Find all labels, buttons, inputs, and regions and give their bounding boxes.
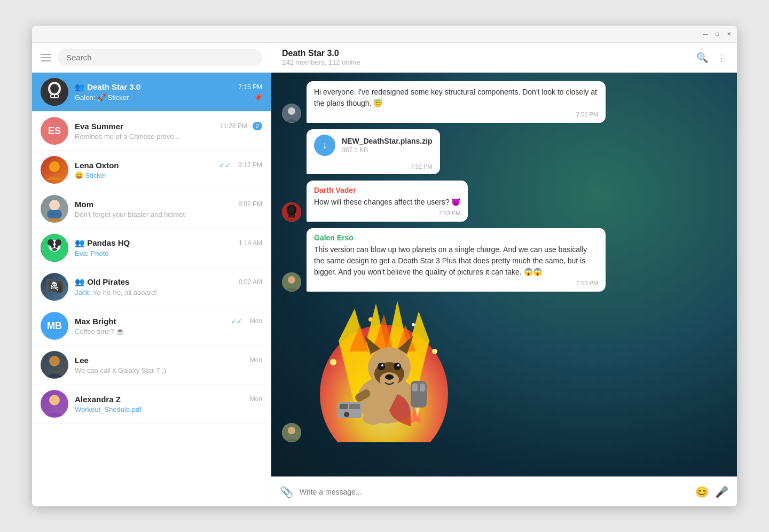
chat-item-old-pirates[interactable]: 🏴‍☠️ 👥 Old Pirates 0:02 AM Jack: bbox=[32, 268, 271, 307]
sender-name: Darth Vader bbox=[314, 186, 460, 194]
chat-name: 👥 Old Pirates bbox=[75, 277, 129, 287]
message-bubble-darth: Darth Vader How will these changes affec… bbox=[307, 181, 468, 222]
unread-badge: 2 bbox=[253, 122, 262, 130]
svg-point-21 bbox=[49, 356, 60, 366]
message-bubble-galen: Galen Erso This version can blow up two … bbox=[307, 228, 606, 292]
svg-point-39 bbox=[432, 349, 437, 354]
preview-text: Eva: Photo bbox=[75, 249, 109, 257]
svg-point-48 bbox=[385, 374, 394, 380]
svg-point-41 bbox=[412, 323, 415, 326]
chat-item-lena-oxton[interactable]: Lena Oxton ✓✓ 9:17 PM 😀 Sticker bbox=[32, 151, 271, 190]
pin-icon: 📌 bbox=[254, 93, 262, 101]
more-options-icon[interactable]: ⋮ bbox=[717, 52, 726, 64]
title-bar-buttons: — □ ✕ bbox=[702, 30, 733, 38]
preview-text: Coffee time? ☕ bbox=[75, 327, 124, 335]
chat-item-pandas-hq[interactable]: 👥 Pandas HQ 1:14 AM Eva: Photo bbox=[32, 229, 271, 268]
message-text: Hi everyone. I've redesigned some key st… bbox=[314, 87, 598, 109]
chat-top: 👥 Pandas HQ 1:14 AM bbox=[75, 238, 262, 248]
hamburger-line bbox=[41, 54, 51, 55]
message-input[interactable] bbox=[300, 488, 689, 496]
chat-item-lee[interactable]: Lee Mon We can call it Galaxy Star 7 ;) bbox=[32, 346, 271, 385]
file-download-button[interactable]: ↓ bbox=[314, 135, 335, 156]
chat-name: Lena Oxton bbox=[75, 161, 119, 170]
preview-text: Workout_Shedule.pdf bbox=[75, 405, 142, 413]
file-size: 387.1 KB bbox=[342, 146, 433, 154]
attach-button[interactable]: 📎 bbox=[280, 486, 293, 498]
chat-info: Max Bright ✓✓ Mon Coffee time? ☕ bbox=[75, 317, 262, 335]
svg-point-27 bbox=[288, 206, 295, 214]
chat-top: Mom 8:02 PM bbox=[75, 200, 262, 209]
message-text: This version can blow up two planets on … bbox=[314, 244, 598, 278]
svg-rect-60 bbox=[420, 384, 425, 392]
svg-rect-28 bbox=[288, 214, 295, 217]
message-time: 7:52 PM bbox=[307, 163, 440, 174]
chat-list: 👥 Death Star 3.0 7:15 PM Galen: 🚀 Sticke… bbox=[32, 73, 271, 506]
search-icon[interactable]: 🔍 bbox=[696, 52, 708, 64]
app-window: — □ ✕ bbox=[32, 26, 737, 506]
message-group-darth: Darth Vader How will these changes affec… bbox=[282, 181, 726, 222]
avatar bbox=[41, 156, 68, 184]
chat-item-death-star[interactable]: 👥 Death Star 3.0 7:15 PM Galen: 🚀 Sticke… bbox=[32, 73, 271, 112]
chat-time: 9:17 PM bbox=[238, 161, 262, 169]
maximize-button[interactable]: □ bbox=[713, 30, 721, 38]
msg-avatar-galen bbox=[282, 272, 301, 292]
preview-text: Reminds me of a Chinese prove... bbox=[75, 132, 180, 140]
chat-header-subtitle: 242 members, 112 online bbox=[282, 58, 696, 66]
chat-top: 👥 Old Pirates 0:02 AM bbox=[75, 277, 262, 287]
chat-preview: Workout_Shedule.pdf bbox=[75, 405, 262, 413]
close-button[interactable]: ✕ bbox=[725, 30, 733, 38]
svg-point-8 bbox=[49, 200, 60, 210]
chat-info: Mom 8:02 PM Don't forget your blaster an… bbox=[75, 200, 262, 218]
chat-preview: Don't forget your blaster and helmet bbox=[75, 210, 262, 218]
chat-top: 👥 Death Star 3.0 7:15 PM bbox=[75, 82, 262, 92]
svg-point-18 bbox=[52, 248, 57, 251]
svg-point-50 bbox=[394, 363, 401, 370]
svg-point-7 bbox=[49, 161, 60, 172]
chat-top: Lee Mon bbox=[75, 356, 262, 365]
message-time: 7:53 PM bbox=[314, 280, 598, 286]
svg-rect-30 bbox=[292, 215, 294, 217]
preview-text: Don't forget your blaster and helmet bbox=[75, 210, 185, 218]
chat-info: Lena Oxton ✓✓ 9:17 PM 😀 Sticker bbox=[75, 161, 262, 179]
microphone-button[interactable]: 🎤 bbox=[715, 486, 728, 498]
group-icon: 👥 bbox=[75, 238, 87, 247]
preview-text: Galen: 🚀 Sticker bbox=[75, 93, 129, 101]
chat-top: Max Bright ✓✓ Mon bbox=[75, 317, 262, 326]
chat-time: 11:28 PM bbox=[220, 122, 247, 130]
chat-info: Eva Summer 11:28 PM 2 Reminds me of a Ch… bbox=[75, 122, 262, 140]
msg-avatar-sticker bbox=[282, 423, 301, 442]
chat-name: Eva Summer bbox=[75, 122, 123, 131]
avatar: 🏴‍☠️ bbox=[41, 273, 68, 301]
svg-point-51 bbox=[381, 364, 383, 366]
search-input[interactable] bbox=[58, 49, 262, 66]
group-icon: 👥 bbox=[75, 82, 87, 91]
chat-item-mom[interactable]: Mom 8:02 PM Don't forget your blaster an… bbox=[32, 190, 271, 229]
svg-rect-56 bbox=[349, 404, 360, 409]
chat-time: Mon bbox=[250, 395, 262, 403]
chat-preview: Eva: Photo bbox=[75, 249, 262, 257]
chat-info: 👥 Old Pirates 0:02 AM Jack: Yo-ho-ho, al… bbox=[75, 277, 262, 296]
message-group-file: ↓ NEW_DeathStar.plans.zip 387.1 KB 7:52 … bbox=[282, 129, 726, 174]
chat-info: Alexandra Z Mon Workout_Shedule.pdf bbox=[75, 395, 262, 413]
chat-preview: Coffee time? ☕ bbox=[75, 327, 262, 335]
chat-top: Eva Summer 11:28 PM 2 bbox=[75, 122, 262, 131]
chat-time: Mon bbox=[250, 356, 262, 364]
svg-point-24 bbox=[288, 107, 295, 115]
chat-item-alexandra-z[interactable]: Alexandra Z Mon Workout_Shedule.pdf bbox=[32, 385, 271, 424]
hamburger-menu-button[interactable] bbox=[41, 54, 51, 61]
message-time: 7:53 PM bbox=[314, 210, 460, 216]
chat-name: Lee bbox=[75, 356, 89, 365]
avatar bbox=[41, 351, 68, 379]
avatar bbox=[41, 390, 68, 418]
minimize-button[interactable]: — bbox=[702, 30, 709, 38]
hamburger-line bbox=[41, 60, 51, 61]
svg-point-16 bbox=[51, 245, 54, 248]
chat-item-eva-summer[interactable]: ES Eva Summer 11:28 PM 2 Reminds me of a… bbox=[32, 112, 271, 151]
emoji-button[interactable]: 😊 bbox=[695, 486, 709, 498]
file-name: NEW_DeathStar.plans.zip bbox=[342, 137, 433, 145]
title-bar: — □ ✕ bbox=[32, 26, 737, 43]
chat-top: Alexandra Z Mon bbox=[75, 395, 262, 404]
chat-item-max-bright[interactable]: MB Max Bright ✓✓ Mon Coffee time? ☕ bbox=[32, 307, 271, 346]
svg-point-17 bbox=[55, 245, 58, 248]
chat-header-actions: 🔍 ⋮ bbox=[696, 52, 726, 64]
